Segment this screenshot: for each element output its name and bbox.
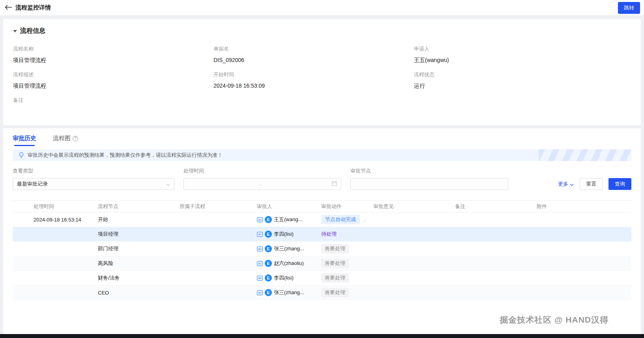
cell-action: 节点自动完成. (321, 215, 373, 224)
column-header-approver: 审批人 (257, 203, 321, 210)
tab-label: 流程图 (53, 135, 71, 142)
field-value (13, 108, 213, 115)
notice-banner: 审批历史中会展示流程的预测结果，预测结果仅作参考，请以流程实际运行情况为准！ (13, 149, 631, 161)
reset-button[interactable]: 重置 (580, 178, 603, 190)
table-row[interactable]: 2024-09-18 16:53:14开始AE王五(wang...节点自动完成. (13, 212, 631, 227)
bulb-icon (19, 152, 24, 158)
field-document-name: 单据名 DIS_092006 (213, 45, 414, 64)
approve-node-label: 审批节点 (350, 167, 508, 175)
approver-name: 张三(zhang... (274, 289, 304, 296)
field-label: 单据名 (213, 45, 414, 53)
calendar-icon (332, 181, 337, 187)
approver-name: 李四(lisi) (274, 274, 294, 282)
svg-text:A: A (258, 262, 260, 265)
cell-approver: AE王五(wang... (257, 216, 321, 223)
column-header-remark: 备注 (455, 203, 537, 210)
range-separator: → (188, 181, 332, 187)
field-label: 流程状态 (414, 71, 631, 78)
jump-button[interactable]: 跳转 (618, 2, 640, 14)
more-label: 更多 (558, 180, 568, 188)
watermark: 掘金技术社区 @ HAND汉得 (500, 314, 608, 325)
field-process-description: 流程描述 项目管理流程 (13, 71, 213, 90)
cell-action: 将要处理 (321, 244, 373, 254)
footer-strip (0, 334, 644, 338)
approver-name: 李四(lisi) (274, 231, 294, 238)
id-card-icon: A (257, 276, 263, 281)
field-value: 运行 (414, 83, 631, 90)
banner-stripes-decoration (539, 149, 631, 161)
filter-bar: 查看类型 最新审批记录 处理时间 → (3, 167, 641, 190)
id-card-icon: A (257, 232, 263, 237)
cell-approver: AE李四(lisi) (257, 274, 321, 282)
table-row[interactable]: 项目经理AE李四(lisi)待处理 (13, 227, 631, 242)
cell-action: 将要处理 (321, 273, 373, 283)
action-status[interactable]: 节点自动完成 (321, 215, 360, 224)
tab-approval-history[interactable]: 审批历史 (13, 135, 36, 146)
help-icon[interactable]: ? (73, 136, 78, 141)
column-header-node: 流程节点 (98, 203, 180, 210)
field-value: 王五(wangwu) (414, 57, 631, 64)
column-header-subflow: 所属子流程 (180, 203, 257, 210)
action-status: 将要处理 (321, 273, 349, 283)
field-value: DIS_092006 (213, 57, 414, 64)
avatar: E (265, 260, 272, 267)
field-value: 项目管理流程 (13, 83, 213, 90)
approval-history-card: 审批历史 流程图 ? 审批历史中会展示流程的预测结果，预测结果仅作参考，请以流程… (3, 128, 641, 334)
approver-name: 张三(zhang... (274, 245, 304, 252)
approve-node-input[interactable] (350, 178, 508, 190)
action-status: 将要处理 (321, 244, 349, 254)
id-card-icon: A (257, 290, 263, 295)
cell-node: 部门经理 (98, 245, 180, 252)
column-header-action: 审批动作 (321, 203, 373, 210)
svg-text:A: A (258, 291, 260, 295)
field-start-time: 开始时间 2024-09-18 16:53:09 (213, 71, 414, 90)
cell-approver: AE赵六(zhaoliu) (257, 260, 321, 267)
query-button[interactable]: 查询 (608, 178, 631, 190)
cell-action: 将要处理 (321, 288, 373, 297)
avatar: E (265, 231, 272, 238)
more-button[interactable]: 更多 (558, 180, 574, 188)
process-info-title: 流程信息 (20, 27, 45, 35)
field-label: 开始时间 (213, 71, 414, 78)
column-header-opinion: 审批意见 (373, 203, 455, 210)
action-status: 将要处理 (321, 288, 349, 297)
table-row[interactable]: CEOAE张三(zhang...将要处理 (13, 285, 631, 300)
avatar: E (265, 289, 272, 296)
back-button[interactable] (5, 4, 12, 11)
back-arrow-icon (5, 4, 12, 11)
view-type-select[interactable]: 最新审批记录 (13, 178, 174, 190)
field-value: 2024-09-18 16:53:09 (213, 83, 414, 89)
chevron-down-icon (570, 181, 574, 187)
approver-name: 王五(wang... (274, 216, 302, 223)
process-time-filter: 处理时间 → (183, 167, 341, 190)
action-status: 将要处理 (321, 259, 349, 268)
tab-label: 审批历史 (13, 135, 36, 142)
action-suffix: . (364, 216, 365, 222)
column-header-time: 处理时间 (13, 203, 98, 210)
avatar: E (265, 216, 272, 223)
cell-node: 高风险 (98, 260, 180, 267)
chevron-down-icon (166, 181, 170, 187)
view-type-filter: 查看类型 最新审批记录 (13, 167, 174, 190)
cell-node: CEO (98, 290, 180, 296)
field-process-name: 流程名称 项目管理流程 (13, 45, 213, 64)
process-time-range-input[interactable]: → (183, 178, 341, 190)
process-info-card: 流程信息 流程名称 项目管理流程 单据名 DIS_092006 申请人 王五(w… (3, 19, 641, 125)
cell-approver: AE李四(lisi) (257, 231, 321, 238)
process-time-label: 处理时间 (183, 167, 341, 175)
tab-process-diagram[interactable]: 流程图 ? (53, 135, 78, 146)
table-row[interactable]: 部门经理AE张三(zhang...将要处理 (13, 242, 631, 256)
field-label: 流程描述 (13, 71, 213, 78)
approval-history-table: 处理时间 流程节点 所属子流程 审批人 审批动作 审批意见 备注 附件 2024… (13, 200, 631, 300)
notice-text: 审批历史中会展示流程的预测结果，预测结果仅作参考，请以流程实际运行情况为准！ (28, 152, 223, 159)
cell-node: 开始 (98, 216, 180, 223)
view-type-value: 最新审批记录 (17, 180, 166, 188)
tab-bar: 审批历史 流程图 ? (3, 135, 641, 146)
field-process-status: 流程状态 运行 (414, 71, 631, 90)
svg-text:A: A (258, 247, 260, 251)
table-row[interactable]: 财务/法务AE李四(lisi)将要处理 (13, 271, 631, 285)
collapse-icon[interactable] (13, 30, 17, 32)
field-applicant: 申请人 王五(wangwu) (414, 45, 631, 64)
svg-text:A: A (258, 218, 260, 222)
table-row[interactable]: 高风险AE赵六(zhaoliu)将要处理 (13, 256, 631, 271)
